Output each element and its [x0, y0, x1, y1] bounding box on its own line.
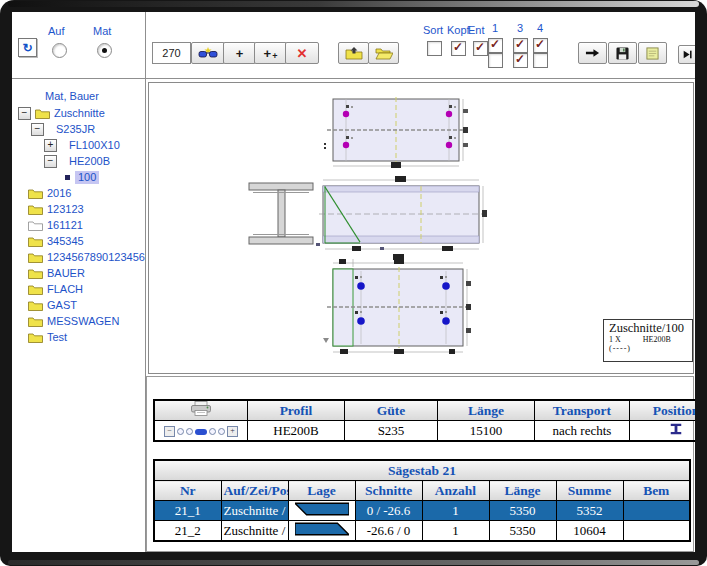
col-schnitte: Schnitte	[355, 481, 422, 501]
check-col3-top[interactable]	[513, 38, 528, 53]
tree-item-label[interactable]: FLACH	[47, 283, 83, 296]
folder-icon	[35, 108, 50, 119]
tree-item-bauer[interactable]: BAUER	[12, 265, 145, 281]
folder-up-icon	[345, 47, 363, 60]
col-position: Position	[630, 400, 696, 421]
toolbar: 270 + ++ ✕	[145, 12, 695, 78]
tree-item-label-selected[interactable]: 100	[75, 171, 99, 184]
tree-item-2016[interactable]: 2016	[12, 185, 145, 201]
tree-item-fl100x10[interactable]: FL100X10	[12, 137, 145, 153]
tree-root-label: Mat, Bauer	[12, 87, 132, 105]
tree-item-messwagen[interactable]: MESSWAGEN	[12, 313, 145, 329]
zoom-step[interactable]	[186, 428, 193, 435]
folder-icon	[28, 268, 43, 279]
cut-shape-right-miter-icon	[295, 522, 349, 536]
floppy-disk-icon	[616, 47, 629, 60]
tree-item-label[interactable]: 123123	[47, 203, 84, 216]
add-button[interactable]: +	[223, 42, 256, 64]
expander-minus-icon[interactable]	[18, 107, 31, 120]
plus-sub-icon: +	[272, 52, 277, 61]
tree-item-1234567890123456[interactable]: 1234567890123456	[12, 249, 145, 265]
bem-value	[623, 501, 690, 521]
refresh-glyph: ↻	[22, 41, 32, 55]
top-view	[324, 97, 468, 168]
folder-icon	[28, 316, 43, 327]
search-button[interactable]	[191, 42, 225, 64]
check-col3-bottom[interactable]	[513, 53, 528, 68]
check-col1-bottom[interactable]	[488, 53, 503, 68]
folder-open-button[interactable]	[368, 42, 399, 64]
check-col4-bottom[interactable]	[533, 53, 548, 68]
folder-icon	[28, 236, 43, 247]
nr-value: 21_2	[154, 521, 221, 542]
expander-minus-icon[interactable]	[44, 155, 57, 168]
tree-item-label[interactable]: 2016	[47, 187, 71, 200]
tree-item-label[interactable]: S235JR	[56, 123, 95, 136]
saw-row-21-2[interactable]: 21_2 Zuschnitte / TR / 100 -26.6 / 0 1 5…	[154, 521, 690, 542]
print-header-cell[interactable]	[154, 400, 248, 421]
zoom-in-icon[interactable]: +	[227, 426, 238, 437]
counter-field[interactable]: 270	[152, 42, 191, 64]
tree-item-label[interactable]: GAST	[47, 299, 77, 312]
tree-item-label[interactable]: 345345	[47, 235, 84, 248]
saw-row-21-1[interactable]: 21_1 Zuschnitte / TR / 100 0 / -26.6 1 5…	[154, 501, 690, 521]
check-col1-top[interactable]	[488, 38, 503, 53]
folder-icon	[28, 300, 43, 311]
check-kopf-label: Kopf	[447, 24, 470, 36]
tree-item-label[interactable]: Zuschnitte	[54, 107, 105, 120]
saw-table-title-row: Sägestab 21	[154, 460, 690, 481]
folder-import-button[interactable]	[338, 42, 369, 64]
profil-table-data-row: − + HE200B S235 15100 nach rechts	[154, 421, 695, 442]
radio-auf[interactable]	[52, 43, 67, 58]
save-button[interactable]	[608, 42, 637, 64]
zoom-current-step[interactable]	[195, 429, 207, 435]
next-page-button[interactable]	[678, 45, 695, 64]
bem-value	[623, 521, 690, 542]
tree-item-label[interactable]: BAUER	[47, 267, 85, 280]
col-profil: Profil	[248, 400, 345, 421]
nr-value: 21_1	[154, 501, 221, 521]
zoom-step[interactable]	[177, 428, 184, 435]
tree-item-label[interactable]: Test	[47, 331, 67, 344]
delete-button[interactable]: ✕	[285, 42, 319, 64]
tree-item-label[interactable]: FL100X10	[69, 139, 120, 152]
zoom-step[interactable]	[209, 428, 216, 435]
tree-item-flach[interactable]: FLACH	[12, 281, 145, 297]
check-sort[interactable]	[427, 41, 442, 56]
zoom-step[interactable]	[218, 428, 225, 435]
tree-item-label[interactable]: 161121	[47, 219, 83, 232]
transfer-button[interactable]	[578, 42, 607, 64]
notes-button[interactable]	[638, 42, 667, 64]
tree-item-gast[interactable]: GAST	[12, 297, 145, 313]
plus-icon: +	[264, 47, 272, 60]
tree-item-345345[interactable]: 345345	[12, 233, 145, 249]
check-kopf[interactable]	[451, 41, 466, 56]
tree-item-label[interactable]: MESSWAGEN	[47, 315, 119, 328]
check-ent[interactable]	[473, 41, 488, 56]
tree-item-test[interactable]: Test	[12, 329, 145, 345]
radio-mat[interactable]	[97, 43, 112, 58]
tree-item-123123[interactable]: 123123	[12, 201, 145, 217]
zoom-out-icon[interactable]: −	[164, 426, 175, 437]
refresh-document-icon[interactable]: ↻	[18, 38, 37, 57]
zoom-slider[interactable]: − +	[164, 426, 238, 437]
tree-item-161121[interactable]: 161121	[12, 217, 145, 233]
tree-item-s235jr[interactable]: S235JR	[12, 121, 145, 137]
expander-minus-icon[interactable]	[31, 123, 44, 136]
tree-item-zuschnitte[interactable]: Zuschnitte	[12, 105, 145, 121]
col-bem: Bem	[623, 481, 690, 501]
schnitte-value: -26.6 / 0	[355, 521, 422, 542]
i-beam-icon	[669, 422, 683, 436]
saw-table-header-row: Nr Auf/Zei/Pos Lage Schnitte Anzahl Läng…	[154, 481, 690, 501]
tree-item-he200b[interactable]: HE200B	[12, 153, 145, 169]
expander-plus-icon[interactable]	[44, 139, 57, 152]
add-multiple-button[interactable]: ++	[254, 42, 287, 64]
tree-item-label[interactable]: HE200B	[69, 155, 110, 168]
tree-item-label[interactable]: 1234567890123456	[47, 251, 145, 264]
zoom-slider-cell: − +	[154, 421, 248, 442]
tree-item-100[interactable]: 100	[12, 169, 145, 185]
col-nr: Nr	[154, 481, 221, 501]
folder-icon	[28, 284, 43, 295]
bezel-gloss	[8, 1, 699, 7]
check-col4-top[interactable]	[533, 38, 548, 53]
